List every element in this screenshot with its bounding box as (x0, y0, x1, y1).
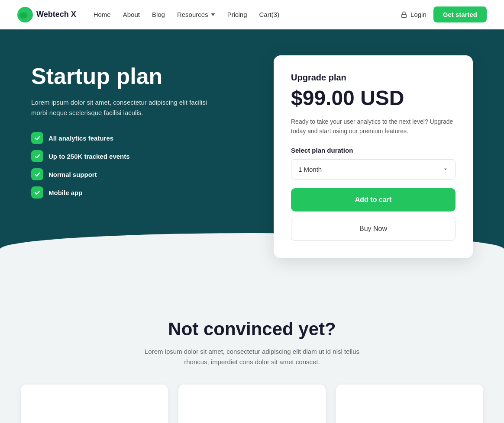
nav-link-cart[interactable]: Cart(3) (259, 11, 280, 18)
bottom-card-2 (178, 385, 326, 423)
feature-item-3: Normal support (31, 168, 222, 180)
plan-duration-label: Select plan duration (291, 147, 456, 154)
chevron-down-icon (211, 13, 215, 16)
bottom-cards-row (17, 385, 487, 423)
nav-links: Home About Blog Resources Pricing Cart(3… (94, 11, 400, 18)
logo-icon (17, 7, 33, 22)
hero-description: Lorem ipsum dolor sit amet, consectetur … (31, 97, 222, 118)
check-icon-3 (31, 168, 43, 180)
feature-item-1: All analytics features (31, 132, 222, 144)
pricing-card: Upgrade plan $99.00 USD Ready to take yo… (274, 55, 473, 258)
check-icon-2 (31, 150, 43, 162)
plan-description: Ready to take your user analytics to the… (291, 117, 456, 136)
plan-duration-select[interactable]: 1 Month 3 Months 6 Months 1 Year (291, 159, 456, 179)
lock-icon (400, 11, 408, 19)
plan-label: Upgrade plan (291, 73, 456, 83)
feature-item-4: Mobile app (31, 186, 222, 199)
not-convinced-title: Not convinced yet? (17, 319, 487, 340)
nav-link-about[interactable]: About (123, 11, 140, 18)
brand-logo[interactable]: Webtech X (17, 7, 76, 22)
check-icon-1 (31, 132, 43, 144)
not-convinced-description: Lorem ipsum dolor sit amet, consectetur … (144, 346, 360, 367)
nav-link-blog[interactable]: Blog (152, 11, 165, 18)
svg-point-1 (19, 12, 27, 18)
nav-link-pricing[interactable]: Pricing (227, 11, 247, 18)
feature-item-2: Up to 250K tracked events (31, 150, 222, 162)
buy-now-button[interactable]: Buy Now (291, 217, 456, 241)
add-to-cart-button[interactable]: Add to cart (291, 188, 456, 212)
login-button[interactable]: Login (400, 11, 426, 19)
nav-link-resources[interactable]: Resources (177, 11, 215, 18)
hero-left: Startup plan Lorem ipsum dolor sit amet,… (31, 55, 222, 199)
plan-price: $99.00 USD (291, 86, 456, 110)
nav-link-home[interactable]: Home (94, 11, 111, 18)
feature-list: All analytics features Up to 250K tracke… (31, 132, 222, 199)
get-started-button[interactable]: Get started (433, 6, 487, 22)
nav-actions: Login Get started (400, 6, 487, 22)
bottom-card-3 (336, 385, 483, 423)
hero-section: Startup plan Lorem ipsum dolor sit amet,… (0, 29, 504, 284)
svg-rect-4 (402, 14, 407, 18)
hero-title: Startup plan (31, 64, 222, 89)
bottom-card-1 (21, 385, 168, 423)
navbar: Webtech X Home About Blog Resources Pric… (0, 0, 504, 29)
check-icon-4 (31, 186, 43, 199)
not-convinced-section: Not convinced yet? Lorem ipsum dolor sit… (0, 284, 504, 423)
